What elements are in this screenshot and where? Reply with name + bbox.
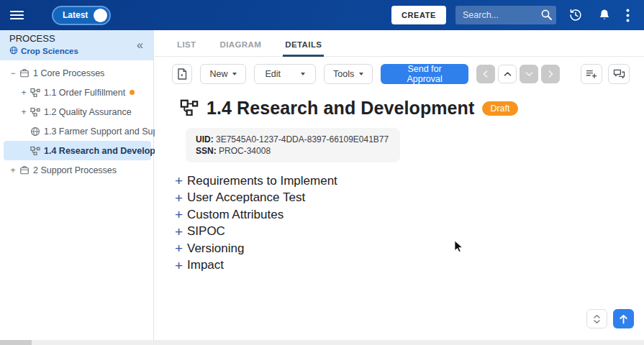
edit-button[interactable]: Edit [255,65,291,83]
history-icon[interactable] [566,5,586,25]
app-window: Latest CREATE PROCESS [0,0,644,345]
tree-expander-icon[interactable]: − [8,68,18,78]
floating-buttons [586,309,634,328]
globe-icon [9,45,18,58]
section-toggle[interactable]: +User Acceptance Test [175,190,644,207]
horizontal-scrollbar[interactable] [0,340,644,345]
latest-toggle[interactable]: Latest [52,6,111,25]
sitemap-icon [30,146,40,155]
kebab-menu-icon[interactable] [623,6,632,25]
section-label: Versioning [187,242,244,256]
status-badge: Draft [482,101,517,116]
tree-item[interactable]: −1 Core Processes [4,63,151,83]
document-icon[interactable] [172,64,192,84]
edit-split-button: Edit [254,64,316,84]
process-sitemap-icon [180,98,199,119]
hamburger-menu-icon[interactable] [7,7,27,23]
uid-value: 3E7545A0-1237-4DDA-8397-66109E041B77 [216,134,389,144]
briefcase-icon [19,165,30,175]
section-label: User Acceptance Test [187,190,305,205]
section-toggle[interactable]: +Requirements to Implement [175,172,644,190]
nav-down-icon [520,65,538,83]
plus-icon: + [175,242,187,255]
page-title: 1.4 Research and Development [207,98,474,119]
tree-item-label: 1 Core Processes [33,68,104,78]
toolbar-side-icons [581,64,630,84]
tree-item[interactable]: +1.2 Quality Assurance [4,102,151,121]
new-dropdown-button[interactable]: New [200,64,246,84]
section-toggle[interactable]: +SIPOC [175,224,644,241]
tree-item[interactable]: 1.4 Research and Development [4,141,151,160]
plus-icon: + [175,225,187,239]
tab-details[interactable]: DETAILS [283,40,324,56]
tools-dropdown-button[interactable]: Tools [324,64,373,84]
sidebar-header: PROCESS Crop Sciences « [0,30,153,60]
send-for-approval-button[interactable]: Send for Approval [381,64,468,84]
record-navigation [476,65,560,83]
context-name: Crop Sciences [21,47,78,55]
collapsible-sections: +Requirements to Implement+User Acceptan… [175,172,644,274]
tree-item-label: 1.2 Quality Assurance [44,107,132,117]
top-navigation-bar: Latest CREATE [0,0,644,30]
plus-icon: + [175,174,187,188]
process-tree: −1 Core Processes+1.1 Order Fulfillment+… [0,60,153,180]
panel-title: PROCESS [9,33,78,44]
nav-next-icon [541,65,560,83]
notifications-bell-icon[interactable] [595,6,614,25]
section-toggle[interactable]: +Impact [175,257,644,275]
collapse-sidebar-icon[interactable]: « [134,38,146,52]
details-toolbar: New Edit Tools Send for Approval [155,64,644,84]
toggle-knob-icon [94,9,107,22]
scrollbar-thumb[interactable] [0,340,32,345]
uid-row: UID: 3E7545A0-1237-4DDA-8397-66109E041B7… [196,134,389,145]
edit-dropdown-toggle[interactable] [291,65,315,83]
globe-icon [30,126,40,137]
identifier-box: UID: 3E7545A0-1237-4DDA-8397-66109E041B7… [186,128,400,162]
tree-item-label: 1.3 Farmer Support and Supply [44,126,169,137]
section-toggle[interactable]: +Versioning [175,240,644,257]
section-label: Custom Attributes [187,208,284,222]
sitemap-icon [30,88,40,97]
tools-button-label: Tools [333,69,354,79]
tree-item[interactable]: +1.1 Order Fulfillment [4,83,151,102]
nav-previous-icon [476,65,495,83]
unpublished-dot-icon [130,90,135,95]
tree-expander-icon[interactable]: + [8,165,18,175]
tab-diagram[interactable]: DIAGRAM [218,40,264,56]
search-icon[interactable] [540,9,553,24]
tree-item-label: 1.1 Order Fulfillment [44,88,125,98]
expand-collapse-all-icon[interactable] [586,309,607,328]
tree-expander-icon[interactable]: + [19,107,29,117]
tab-list[interactable]: LIST [175,40,199,56]
sitemap-icon [30,107,40,116]
briefcase-icon [19,68,30,78]
tree-item-label: 2 Support Processes [33,165,117,175]
process-sidebar: PROCESS Crop Sciences « −1 Core Processe… [0,30,154,345]
page-title-row: 1.4 Research and Development Draft [180,98,644,119]
tree-expander-icon[interactable]: + [19,88,29,98]
add-to-list-icon[interactable] [581,64,602,84]
section-label: Impact [187,258,224,272]
comments-icon[interactable] [608,64,630,84]
section-toggle[interactable]: +Custom Attributes [175,206,644,224]
view-tabs: LISTDIAGRAMDETAILS [155,30,644,57]
ssn-row: SSN: PROC-34008 [196,145,389,157]
create-button[interactable]: CREATE [391,6,446,24]
ssn-label: SSN: [196,146,217,156]
search-box [455,6,556,24]
details-panel: LISTDIAGRAMDETAILS New Edit Tools Send f… [155,30,644,340]
plus-icon: + [175,208,187,221]
section-label: Requirements to Implement [187,174,337,188]
tree-item[interactable]: +2 Support Processes [4,160,151,180]
chevron-down-icon [301,73,305,75]
uid-label: UID: [196,134,214,144]
tree-item[interactable]: 1.3 Farmer Support and Supply [4,121,151,141]
chevron-down-icon [359,73,363,75]
section-label: SIPOC [187,224,225,239]
scroll-to-top-icon[interactable] [613,309,634,328]
nav-up-icon[interactable] [498,65,517,83]
latest-toggle-label: Latest [63,10,88,20]
new-button-label: New [209,69,227,79]
ssn-value: PROC-34008 [219,146,271,156]
plus-icon: + [175,259,187,272]
